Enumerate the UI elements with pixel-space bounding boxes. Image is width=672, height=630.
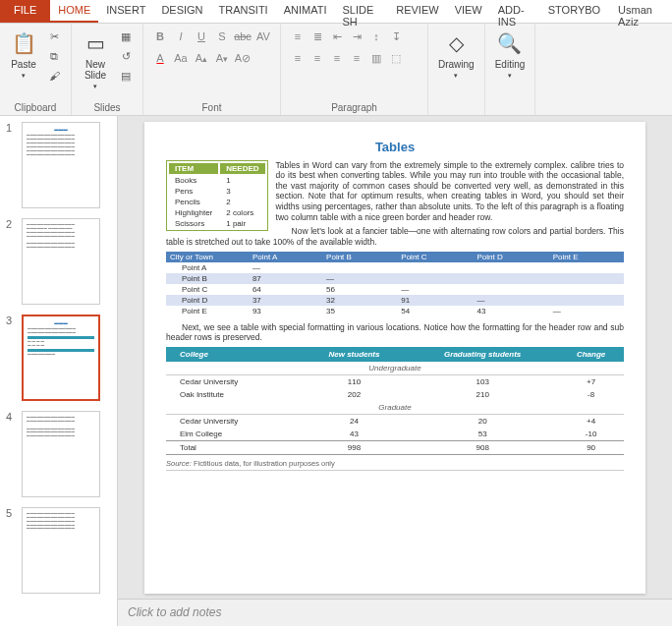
thumb-5[interactable]: 5▬▬▬▬▬▬▬▬▬▬▬▬▬▬▬▬▬▬▬▬▬▬▬▬▬▬▬▬▬▬▬▬▬▬▬▬▬▬▬… (6, 507, 111, 594)
bullets-button[interactable]: ≡ (289, 28, 307, 45)
tab-slideshow[interactable]: SLIDE SH (334, 0, 388, 23)
new-slide-label: New Slide (84, 59, 106, 81)
shadow-button[interactable]: S (213, 28, 231, 45)
workspace: 1▬▬▬▬▬▬▬▬▬▬▬▬▬▬▬▬▬▬▬▬▬▬▬▬▬▬▬▬▬▬▬▬▬▬▬▬▬▬▬… (0, 116, 672, 626)
group-paragraph: ≡ ≣ ⇤ ⇥ ↕ ↧ ≡ ≡ ≡ ≡ ▥ ⬚ Paragraph (281, 24, 428, 115)
thumb-1[interactable]: 1▬▬▬▬▬▬▬▬▬▬▬▬▬▬▬▬▬▬▬▬▬▬▬▬▬▬▬▬▬▬▬▬▬▬▬▬▬▬▬… (6, 122, 111, 208)
shrink-font-button[interactable]: A▾ (213, 49, 231, 67)
tab-storyboard[interactable]: STORYBO (540, 0, 608, 23)
tab-review[interactable]: REVIEW (388, 0, 446, 23)
bold-button[interactable]: B (151, 28, 169, 45)
thumb-2[interactable]: 2▬▬▬▬▬▬▬▬▬▬▬▬▬▬▬▬▬▬▬▬ ▬▬▬▬▬▬▬▬▬▬▬▬▬▬▬▬▬▬… (6, 218, 111, 305)
change-case-button[interactable]: Aa (172, 49, 190, 67)
align-center-button[interactable]: ≡ (308, 49, 326, 67)
tab-addins[interactable]: ADD-INS (490, 0, 540, 23)
tab-home[interactable]: HOME (50, 0, 98, 23)
editing-button[interactable]: 🔍 Editing ▾ (493, 28, 528, 82)
paste-label: Paste (11, 59, 36, 70)
justify-button[interactable]: ≡ (348, 49, 365, 67)
smartart-button[interactable]: ⬚ (387, 49, 405, 67)
chevron-down-icon: ▾ (93, 83, 97, 90)
college-table: CollegeNew studentsGraduating studentsCh… (166, 347, 624, 455)
underline-button[interactable]: U (193, 28, 210, 45)
thumb-4[interactable]: 4▬▬▬▬▬▬▬▬▬▬▬▬▬▬▬▬▬▬▬▬▬▬▬▬▬▬▬▬▬▬▬▬▬▬▬▬▬▬▬… (6, 411, 111, 497)
italic-button[interactable]: I (172, 28, 190, 45)
reset-button[interactable]: ↺ (117, 47, 135, 65)
paste-icon: 📋 (10, 29, 37, 57)
slide-content[interactable]: Tables ITEMNEEDED Books1 Pens3 Pencils2 … (144, 122, 645, 594)
group-slides: ▭ New Slide ▾ ▦ ↺ ▤ Slides (72, 24, 143, 115)
line-spacing-button[interactable]: ↕ (367, 28, 385, 45)
copy-button[interactable]: ⧉ (45, 47, 63, 65)
new-slide-icon: ▭ (82, 29, 109, 57)
group-font: B I U S abc AV A Aa A▴ A▾ A⊘ Font (143, 24, 281, 115)
tab-view[interactable]: VIEW (447, 0, 490, 23)
thumb-3[interactable]: 3▬▬▬▬▬▬▬▬▬▬▬▬▬▬▬▬▬▬▬▬▬▬▬▬▬▬▬▬▬▬▬▬ ▬ ▬ ▬▬… (6, 315, 111, 401)
section-button[interactable]: ▤ (117, 67, 135, 85)
format-painter-button[interactable]: 🖌 (45, 67, 63, 85)
layout-button[interactable]: ▦ (117, 28, 135, 45)
drawing-label: Drawing (438, 59, 475, 70)
group-drawing: ◇ Drawing ▾ (428, 24, 485, 115)
columns-button[interactable]: ▥ (367, 49, 385, 67)
find-icon: 🔍 (496, 29, 524, 57)
indent-right-button[interactable]: ⇥ (348, 28, 365, 45)
paste-button[interactable]: 📋 Paste ▾ (8, 28, 39, 82)
spacing-button[interactable]: AV (254, 28, 272, 45)
editing-label: Editing (495, 59, 526, 70)
paragraph-3: Next, we see a table with special format… (166, 322, 624, 343)
grow-font-button[interactable]: A▴ (193, 49, 210, 67)
cut-button[interactable]: ✂ (45, 28, 63, 45)
font-color-button[interactable]: A (151, 49, 169, 67)
indent-left-button[interactable]: ⇤ (328, 28, 346, 45)
new-slide-button[interactable]: ▭ New Slide ▾ (80, 28, 111, 92)
source-note: Source: Fictitious data, for illustratio… (166, 457, 624, 471)
paragraph-label: Paragraph (289, 102, 420, 113)
file-tab[interactable]: FILE (0, 0, 50, 23)
chevron-down-icon: ▾ (454, 72, 458, 80)
group-clipboard: 📋 Paste ▾ ✂ ⧉ 🖌 Clipboard (0, 24, 72, 115)
user-name[interactable]: Usman Aziz (608, 0, 672, 23)
align-right-button[interactable]: ≡ (328, 49, 346, 67)
shapes-icon: ◇ (442, 29, 470, 57)
slide-canvas[interactable]: Tables ITEMNEEDED Books1 Pens3 Pencils2 … (118, 116, 672, 599)
item-table: ITEMNEEDED Books1 Pens3 Pencils2 Highlig… (166, 160, 268, 231)
drawing-button[interactable]: ◇ Drawing ▾ (436, 28, 476, 82)
ribbon: 📋 Paste ▾ ✂ ⧉ 🖌 Clipboard ▭ New Slide ▾ … (0, 24, 672, 116)
tab-design[interactable]: DESIGN (153, 0, 210, 23)
text-direction-button[interactable]: ↧ (387, 28, 405, 45)
fancy-table: City or TownPoint APoint BPoint CPoint D… (166, 252, 624, 316)
clear-format-button[interactable]: A⊘ (234, 49, 252, 67)
chevron-down-icon: ▾ (508, 72, 512, 80)
strike-button[interactable]: abc (234, 28, 252, 45)
slide-title: Tables (166, 140, 624, 154)
slides-label: Slides (80, 102, 135, 113)
tab-insert[interactable]: INSERT (98, 0, 153, 23)
notes-pane[interactable]: Click to add notes (118, 599, 672, 626)
font-label: Font (151, 102, 272, 113)
align-left-button[interactable]: ≡ (289, 49, 307, 67)
title-bar: FILE HOME INSERT DESIGN TRANSITI ANIMATI… (0, 0, 672, 24)
tab-transitions[interactable]: TRANSITI (211, 0, 276, 23)
tab-animations[interactable]: ANIMATI (276, 0, 335, 23)
numbering-button[interactable]: ≣ (308, 28, 326, 45)
clipboard-label: Clipboard (8, 102, 63, 113)
slide-thumbnails[interactable]: 1▬▬▬▬▬▬▬▬▬▬▬▬▬▬▬▬▬▬▬▬▬▬▬▬▬▬▬▬▬▬▬▬▬▬▬▬▬▬▬… (0, 116, 118, 626)
group-editing: 🔍 Editing ▾ (485, 24, 536, 115)
slide-area: Tables ITEMNEEDED Books1 Pens3 Pencils2 … (118, 116, 672, 626)
chevron-down-icon: ▾ (22, 72, 26, 80)
